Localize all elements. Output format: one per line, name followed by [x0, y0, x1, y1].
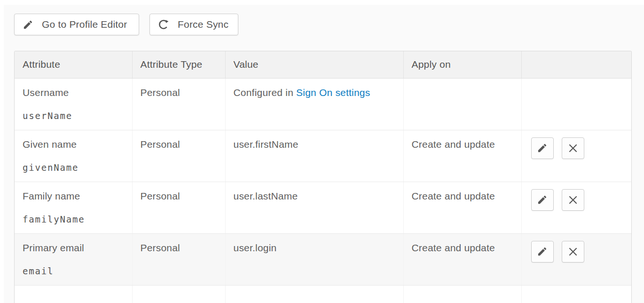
pencil-icon [23, 19, 33, 30]
attribute-code: email [23, 265, 124, 277]
close-icon [568, 144, 578, 153]
pencil-icon [537, 194, 548, 205]
pencil-icon [537, 143, 548, 153]
attribute-mapping-table: Attribute Attribute Type Value Apply on … [14, 51, 632, 303]
apply-on-text: Create and update [412, 138, 513, 151]
delete-attribute-button[interactable] [562, 137, 584, 159]
apply-on-text: Create and update [412, 242, 513, 254]
force-sync-label: Force Sync [178, 19, 228, 30]
value-text: user.login [234, 242, 395, 254]
apply-on-text: Create and update [412, 190, 513, 202]
table-row-family-name: Family name familyName Personal user.las… [15, 182, 631, 233]
close-icon [568, 195, 578, 205]
table-row-partial [15, 285, 631, 303]
edit-attribute-button[interactable] [531, 189, 554, 211]
sign-on-settings-link[interactable]: Sign On settings [296, 87, 370, 98]
attribute-code: userName [23, 110, 124, 122]
delete-attribute-button[interactable] [562, 241, 584, 263]
attribute-label: Given name [23, 138, 124, 151]
attribute-type: Personal [141, 138, 217, 151]
force-sync-button[interactable]: Force Sync [149, 14, 238, 35]
table-row-username: Username userName Personal Configured in… [15, 78, 631, 130]
column-header-value: Value [225, 51, 403, 78]
edit-attribute-button[interactable] [531, 241, 554, 263]
column-header-actions [521, 51, 631, 78]
attribute-label: Family name [23, 190, 124, 202]
delete-attribute-button[interactable] [562, 189, 584, 211]
column-header-apply-on: Apply on [403, 51, 521, 78]
value-text: user.lastName [234, 190, 395, 202]
table-header-row: Attribute Attribute Type Value Apply on [15, 51, 631, 78]
toolbar: Go to Profile Editor Force Sync [14, 14, 238, 35]
column-header-attribute: Attribute [15, 51, 132, 78]
close-icon [568, 247, 578, 256]
value-text: user.firstName [234, 138, 395, 151]
attribute-label: Primary email [23, 242, 124, 254]
attribute-type: Personal [141, 190, 217, 202]
edit-attribute-button[interactable] [531, 137, 554, 159]
go-to-profile-editor-label: Go to Profile Editor [42, 19, 127, 30]
pencil-icon [537, 246, 548, 257]
attribute-code: familyName [23, 213, 124, 225]
go-to-profile-editor-button[interactable]: Go to Profile Editor [14, 14, 139, 35]
attribute-type: Personal [141, 87, 217, 99]
value-text: Configured in [234, 87, 297, 98]
table-row-given-name: Given name givenName Personal user.first… [15, 130, 631, 182]
column-header-attribute-type: Attribute Type [132, 51, 225, 78]
table-row-primary-email: Primary email email Personal user.login … [15, 233, 631, 285]
attribute-code: givenName [23, 161, 124, 174]
attribute-type: Personal [141, 242, 217, 254]
attribute-label: Username [23, 87, 124, 99]
refresh-icon [158, 19, 169, 30]
